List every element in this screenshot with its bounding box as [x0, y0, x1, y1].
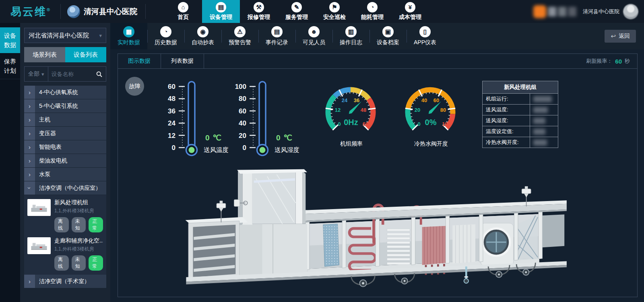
tab-auto-meter-reading[interactable]: ◉ 自动抄表: [184, 23, 221, 49]
tree-item-smart-meter[interactable]: › 智能电表: [24, 140, 106, 154]
history-icon: ◔: [160, 26, 171, 37]
brand-logo: 易云维®: [0, 0, 60, 23]
tab-history-data[interactable]: ◔ 历史数据: [147, 23, 184, 49]
tab-graphic-data[interactable]: 图示数据: [118, 54, 161, 68]
tree-item-suction-system[interactable]: › 5-中心吸引系统: [24, 99, 106, 113]
chevron-right-icon: ›: [24, 86, 35, 99]
table-value-redacted: [533, 140, 547, 146]
svg-text:12: 12: [335, 107, 341, 113]
chevron-right-icon: ›: [24, 140, 35, 154]
svg-text:0: 0: [338, 121, 341, 127]
svg-text:80: 80: [440, 107, 446, 113]
rail-item-maintenance-plan[interactable]: 保养 计划: [0, 53, 20, 79]
chevron-right-icon: ›: [24, 154, 35, 167]
device-group-body: 新风处理机组 1,1,外科楼3楼机房 离线 未知 正常 走廊和辅房: [24, 195, 106, 275]
tab-device-archive[interactable]: ▣ 设备档案: [369, 23, 407, 49]
device-panel: 河北省清河县中心医院 ▾ 场景列表 设备列表 全部 ▾ › 4-中心供氧系统 ›: [20, 23, 110, 302]
tab-app-dashboard[interactable]: ▯ APP仪表: [407, 23, 444, 49]
main-nav: ⌂ 首页 ▤ 设备管理 ⚒ 报修管理 ✎ 服务管理 ⚑ 安全巡检 ◔ 能耗管理 …: [164, 0, 429, 23]
chevron-right-icon: ›: [24, 99, 35, 113]
svg-text:0: 0: [417, 121, 420, 127]
filter-all-dropdown[interactable]: 全部 ▾: [25, 67, 48, 81]
refresh-value: 60: [615, 58, 622, 65]
rail-item-device-data[interactable]: 设备 数据: [0, 27, 20, 53]
chevron-down-icon: ›: [24, 181, 35, 195]
status-badge-unknown: 未知: [72, 255, 86, 271]
svg-text:0℃: 0℃: [205, 134, 221, 142]
nav-item-home[interactable]: ⌂ 首页: [164, 0, 202, 23]
chevron-right-icon: ›: [24, 168, 35, 181]
event-log-icon: ▤: [271, 26, 283, 37]
svg-text:20: 20: [239, 132, 246, 140]
nav-item-repair-mgmt[interactable]: ⚒ 报修管理: [240, 0, 278, 23]
tab-visible-personnel[interactable]: ☻ 可见人员: [295, 23, 332, 49]
tree-item-oxygen-system[interactable]: › 4-中心供氧系统: [24, 86, 106, 99]
divider: [145, 4, 146, 19]
tab-event-record[interactable]: ▤ 事件记录: [258, 23, 295, 49]
back-arrow-icon: ↩: [611, 33, 616, 40]
nav-item-device-mgmt[interactable]: ▤ 设备管理: [202, 0, 240, 23]
tab-device-list[interactable]: 设备列表: [65, 47, 106, 62]
nav-item-cost-mgmt[interactable]: ¥ 成本管理: [391, 0, 429, 23]
thermometer-bulb: [260, 147, 266, 153]
nav-item-energy-mgmt[interactable]: ◔ 能耗管理: [353, 0, 391, 23]
tab-scene-list[interactable]: 场景列表: [24, 47, 65, 62]
status-badge-normal: 正常: [89, 255, 103, 271]
svg-text:100: 100: [442, 121, 451, 127]
search-input[interactable]: [48, 71, 93, 77]
device-location: 1,1,外科楼3楼机房: [54, 207, 103, 214]
ahu-3d-model: [170, 167, 585, 292]
svg-text:40: 40: [239, 119, 246, 127]
table-row: 冷热水阀开度:: [483, 137, 558, 148]
tree-item-clean-ac-supply-room[interactable]: › 洁净空调（中心供应室）: [24, 181, 106, 195]
alarm-bell-icon: ⚠: [234, 26, 246, 37]
svg-text:送风湿度: 送风湿度: [275, 146, 299, 153]
svg-text:60: 60: [239, 107, 246, 115]
svg-text:0: 0: [172, 144, 175, 152]
svg-text:36: 36: [354, 97, 359, 103]
search-icon[interactable]: [93, 71, 106, 77]
device-card-fresh-air-unit[interactable]: 新风处理机组 1,1,外科楼3楼机房 离线 未知 正常: [27, 199, 103, 232]
tree-item-clean-ac-operating-room[interactable]: › 洁净空调（手术室）: [24, 275, 106, 288]
table-row: 温度设定值:: [483, 126, 558, 137]
user-account[interactable]: 清河县中心医院: [583, 4, 638, 19]
thermometer-bulb: [189, 147, 195, 153]
device-card-corridor-purify-ac[interactable]: 走廊和辅房净化空... 1,1,外科楼3楼机房 离线 未知 正常: [27, 237, 103, 271]
device-3d-view[interactable]: [118, 162, 637, 297]
chevron-right-icon: ›: [24, 113, 35, 126]
svg-text:36: 36: [168, 107, 175, 115]
svg-text:24: 24: [168, 119, 175, 127]
svg-text:20: 20: [415, 107, 420, 113]
device-thumbnail: [27, 199, 51, 216]
table-row: 机组运行:: [483, 94, 558, 105]
tree-item-diesel-generator[interactable]: › 柴油发电机: [24, 154, 106, 168]
user-avatar[interactable]: [623, 4, 638, 19]
tree-item-transformer[interactable]: › 变压器: [24, 127, 106, 140]
supply-air-humidity-thermometer: 100 80 60 40 20 0 0℃ 送风湿度: [224, 75, 312, 158]
back-button[interactable]: ↩ 返回: [605, 30, 636, 43]
device-tree: › 4-中心供氧系统 › 5-中心吸引系统 › 主机 › 变压器 › 智能电表 …: [24, 86, 106, 288]
list-tabs: 场景列表 设备列表: [24, 47, 106, 62]
table-title: 新风处理机组: [483, 81, 558, 94]
patrol-flag-icon: ⚑: [329, 2, 340, 12]
region-select[interactable]: 河北省清河县中心医院 ▾: [24, 28, 106, 43]
chevron-down-icon: ▾: [41, 71, 44, 77]
tree-item-host[interactable]: › 主机: [24, 113, 106, 127]
tab-alert-alarm[interactable]: ⚠ 预警告警: [221, 23, 258, 49]
tab-realtime-data[interactable]: ▦ 实时数据: [110, 23, 147, 49]
repair-tools-icon: ⚒: [254, 2, 264, 12]
svg-text:0℃: 0℃: [276, 134, 292, 142]
nav-item-service-mgmt[interactable]: ✎ 服务管理: [278, 0, 316, 23]
nav-item-safety-patrol[interactable]: ⚑ 安全巡检: [316, 0, 353, 23]
table-value-redacted: [533, 129, 545, 135]
tree-item-water-pump[interactable]: › 水泵: [24, 168, 106, 181]
content-area: ▦ 实时数据 ◔ 历史数据 ◉ 自动抄表 ⚠ 预警告警 ▤ 事件记录 ☻ 可见人…: [110, 23, 644, 302]
device-thumbnail: [27, 237, 51, 254]
status-badge-offline: 离线: [54, 217, 69, 232]
view-tabs: 图示数据 列表数据 刷新频率： 60 秒: [118, 54, 637, 69]
svg-text:0Hz: 0Hz: [344, 118, 358, 127]
tab-list-data[interactable]: 列表数据: [161, 54, 204, 68]
chevron-right-icon: ›: [24, 275, 35, 288]
tab-operation-log[interactable]: ▥ 操作日志: [332, 23, 369, 49]
svg-text:48: 48: [361, 107, 366, 113]
